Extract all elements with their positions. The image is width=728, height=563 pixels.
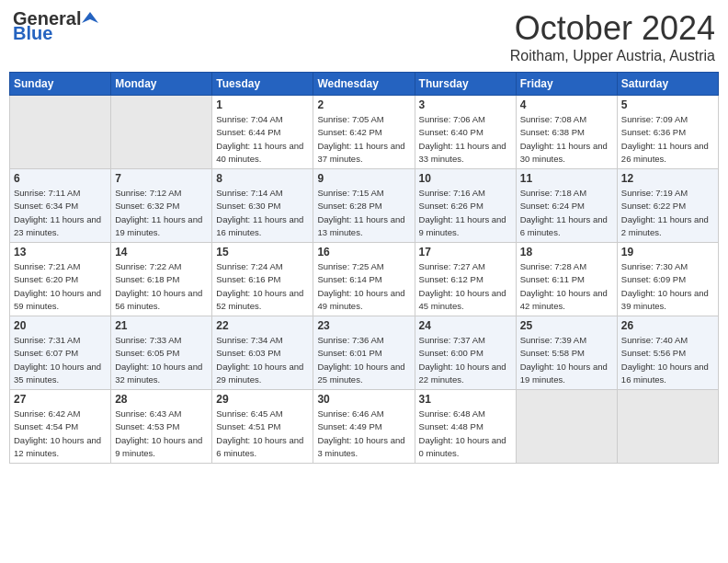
day-info-line: Sunrise: 7:09 AM — [621, 113, 714, 126]
day-info-line: Sunrise: 7:22 AM — [115, 260, 208, 273]
day-number: 29 — [216, 393, 309, 406]
day-info-line: Sunrise: 7:05 AM — [317, 113, 410, 126]
day-info-line: Daylight: 10 hours and 56 minutes. — [115, 287, 208, 314]
day-number: 5 — [621, 98, 714, 111]
day-info-line: Sunrise: 7:37 AM — [419, 334, 512, 347]
day-info-line: Sunrise: 6:42 AM — [14, 408, 107, 420]
day-info-line: Sunrise: 7:16 AM — [419, 187, 512, 200]
day-info: Sunrise: 7:05 AMSunset: 6:42 PMDaylight:… — [317, 113, 410, 166]
calendar-header: SundayMondayTuesdayWednesdayThursdayFrid… — [10, 73, 719, 96]
day-info-line: Sunrise: 7:34 AM — [216, 334, 309, 347]
day-info-line: Sunrise: 7:19 AM — [621, 187, 714, 200]
day-number: 26 — [621, 319, 714, 332]
day-info-line: Daylight: 10 hours and 19 minutes. — [520, 361, 613, 387]
day-info-line: Daylight: 10 hours and 12 minutes. — [14, 434, 107, 461]
calendar-cell: 2Sunrise: 7:05 AMSunset: 6:42 PMDaylight… — [313, 96, 415, 169]
day-number: 20 — [14, 319, 107, 332]
day-info-line: Sunrise: 7:40 AM — [621, 334, 714, 347]
calendar-cell: 25Sunrise: 7:39 AMSunset: 5:58 PMDayligh… — [516, 316, 617, 390]
col-header-saturday: Saturday — [617, 73, 718, 96]
calendar-cell: 17Sunrise: 7:27 AMSunset: 6:12 PMDayligh… — [415, 243, 516, 316]
day-number: 30 — [317, 393, 410, 406]
day-info: Sunrise: 6:45 AMSunset: 4:51 PMDaylight:… — [216, 408, 309, 460]
day-info-line: Daylight: 10 hours and 16 minutes. — [621, 361, 714, 387]
calendar-cell: 16Sunrise: 7:25 AMSunset: 6:14 PMDayligh… — [313, 243, 415, 316]
day-info-line: Daylight: 11 hours and 30 minutes. — [520, 140, 613, 167]
col-header-sunday: Sunday — [10, 73, 111, 96]
day-info-line: Sunset: 6:26 PM — [419, 200, 512, 213]
day-info-line: Daylight: 10 hours and 59 minutes. — [14, 287, 107, 314]
calendar-cell: 27Sunrise: 6:42 AMSunset: 4:54 PMDayligh… — [10, 390, 111, 464]
calendar-cell: 19Sunrise: 7:30 AMSunset: 6:09 PMDayligh… — [617, 243, 718, 316]
calendar-cell: 30Sunrise: 6:46 AMSunset: 4:49 PMDayligh… — [313, 390, 415, 464]
calendar-cell: 8Sunrise: 7:14 AMSunset: 6:30 PMDaylight… — [212, 169, 313, 243]
col-header-tuesday: Tuesday — [212, 73, 313, 96]
day-info-line: Daylight: 10 hours and 49 minutes. — [317, 287, 410, 314]
day-info-line: Sunset: 6:20 PM — [14, 273, 107, 286]
day-info: Sunrise: 6:43 AMSunset: 4:53 PMDaylight:… — [115, 408, 208, 460]
day-info-line: Daylight: 11 hours and 37 minutes. — [317, 140, 410, 167]
day-number: 12 — [621, 172, 714, 185]
day-info: Sunrise: 6:46 AMSunset: 4:49 PMDaylight:… — [317, 408, 410, 460]
day-info-line: Sunrise: 7:14 AM — [216, 187, 309, 200]
calendar-cell: 31Sunrise: 6:48 AMSunset: 4:48 PMDayligh… — [415, 390, 516, 464]
month-title: October 2024 — [510, 9, 715, 48]
day-info: Sunrise: 7:37 AMSunset: 6:00 PMDaylight:… — [419, 334, 512, 386]
day-info-line: Sunset: 6:12 PM — [419, 273, 512, 286]
day-info-line: Sunset: 4:51 PM — [216, 420, 309, 433]
day-info-line: Daylight: 11 hours and 2 minutes. — [621, 213, 714, 240]
day-info: Sunrise: 7:04 AMSunset: 6:44 PMDaylight:… — [216, 113, 309, 166]
day-info-line: Daylight: 11 hours and 33 minutes. — [419, 140, 512, 167]
day-info-line: Sunset: 6:24 PM — [520, 200, 613, 213]
day-info-line: Sunrise: 7:25 AM — [317, 260, 410, 273]
day-info-line: Sunset: 6:09 PM — [621, 273, 714, 286]
day-info-line: Sunset: 6:28 PM — [317, 200, 410, 213]
calendar-cell: 11Sunrise: 7:18 AMSunset: 6:24 PMDayligh… — [516, 169, 617, 243]
logo-blue: Blue — [13, 24, 98, 42]
day-number: 28 — [115, 393, 208, 406]
day-info: Sunrise: 7:08 AMSunset: 6:38 PMDaylight:… — [520, 113, 613, 166]
day-info-line: Sunset: 6:34 PM — [14, 200, 107, 213]
day-info-line: Sunrise: 7:39 AM — [520, 334, 613, 347]
day-number: 9 — [317, 172, 410, 185]
day-info: Sunrise: 7:34 AMSunset: 6:03 PMDaylight:… — [216, 334, 309, 386]
logo: General Blue — [13, 9, 98, 42]
calendar-cell: 28Sunrise: 6:43 AMSunset: 4:53 PMDayligh… — [111, 390, 212, 464]
day-info-line: Sunrise: 7:15 AM — [317, 187, 410, 200]
day-info-line: Sunset: 6:40 PM — [419, 126, 512, 139]
day-info-line: Daylight: 11 hours and 23 minutes. — [14, 213, 107, 240]
day-info-line: Daylight: 10 hours and 0 minutes. — [419, 434, 512, 461]
day-number: 19 — [621, 246, 714, 259]
day-info-line: Daylight: 10 hours and 9 minutes. — [115, 434, 208, 461]
day-info-line: Daylight: 11 hours and 40 minutes. — [216, 140, 309, 167]
day-info-line: Daylight: 11 hours and 6 minutes. — [520, 213, 613, 240]
day-number: 31 — [419, 393, 512, 406]
day-number: 22 — [216, 319, 309, 332]
day-number: 11 — [520, 172, 613, 185]
col-header-wednesday: Wednesday — [313, 73, 415, 96]
calendar-table: SundayMondayTuesdayWednesdayThursdayFrid… — [9, 72, 719, 464]
calendar-cell: 12Sunrise: 7:19 AMSunset: 6:22 PMDayligh… — [617, 169, 718, 243]
calendar-cell — [617, 390, 718, 464]
day-info-line: Daylight: 10 hours and 45 minutes. — [419, 287, 512, 314]
day-number: 8 — [216, 172, 309, 185]
day-info: Sunrise: 7:09 AMSunset: 6:36 PMDaylight:… — [621, 113, 714, 166]
day-number: 24 — [419, 319, 512, 332]
day-info: Sunrise: 7:30 AMSunset: 6:09 PMDaylight:… — [621, 260, 714, 313]
calendar-cell: 18Sunrise: 7:28 AMSunset: 6:11 PMDayligh… — [516, 243, 617, 316]
day-info-line: Sunrise: 7:18 AM — [520, 187, 613, 200]
day-info-line: Sunrise: 7:21 AM — [14, 260, 107, 273]
day-info-line: Sunrise: 7:28 AM — [520, 260, 613, 273]
day-info: Sunrise: 7:40 AMSunset: 5:56 PMDaylight:… — [621, 334, 714, 386]
day-info: Sunrise: 7:27 AMSunset: 6:12 PMDaylight:… — [419, 260, 512, 313]
calendar-cell: 13Sunrise: 7:21 AMSunset: 6:20 PMDayligh… — [10, 243, 111, 316]
day-info-line: Daylight: 10 hours and 25 minutes. — [317, 361, 410, 387]
day-info-line: Daylight: 10 hours and 52 minutes. — [216, 287, 309, 314]
day-number: 23 — [317, 319, 410, 332]
title-block: October 2024 Roitham, Upper Austria, Aus… — [510, 9, 715, 64]
day-info: Sunrise: 7:33 AMSunset: 6:05 PMDaylight:… — [115, 334, 208, 386]
day-info-line: Sunset: 6:14 PM — [317, 273, 410, 286]
svg-marker-0 — [82, 12, 98, 23]
day-info: Sunrise: 6:48 AMSunset: 4:48 PMDaylight:… — [419, 408, 512, 460]
calendar-cell: 6Sunrise: 7:11 AMSunset: 6:34 PMDaylight… — [10, 169, 111, 243]
